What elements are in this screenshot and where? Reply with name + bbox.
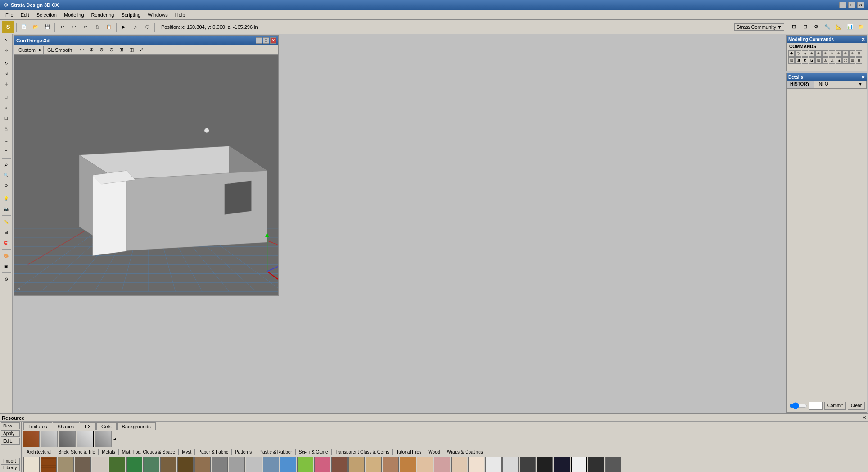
thumb-3[interactable] [59,431,76,447]
box-tool[interactable]: □ [1,92,11,102]
texture-tool[interactable]: ▣ [1,261,11,271]
snap-tool[interactable]: 🧲 [1,238,11,248]
cat-myst[interactable]: Myst [179,449,194,455]
menu-windows[interactable]: Windows [144,11,172,18]
tex-22[interactable] [383,457,399,472]
copy-btn[interactable]: ⎘ [92,22,103,32]
viewport[interactable]: 1 [14,55,278,295]
cmd-btn-3[interactable]: ◈ [802,50,808,57]
cmd-btn-20[interactable]: ◯ [842,57,849,64]
thumb-4[interactable] [77,431,94,447]
paste-btn[interactable]: 📋 [104,22,114,32]
tex-9[interactable] [160,457,176,472]
view-single-btn[interactable]: ◫ [127,46,136,54]
history-slider[interactable] [789,404,807,408]
new-resource-btn[interactable]: New... [1,422,20,429]
apply-resource-btn[interactable]: Apply [1,430,20,437]
sphere-tool[interactable]: ○ [1,103,11,113]
cmd-btn-5[interactable]: ⊗ [815,50,822,57]
view-icon-3[interactable]: ⚙ [811,22,821,32]
open-file-btn[interactable]: 📂 [30,22,41,32]
tex-18[interactable] [314,457,330,472]
nav-btn-3[interactable]: ⊗ [97,46,106,54]
tex-8[interactable] [143,457,159,472]
tex-24[interactable] [417,457,433,472]
menu-edit[interactable]: Edit [17,11,33,18]
new-file-btn[interactable]: 📄 [18,22,29,32]
tab-history[interactable]: HISTORY [787,81,814,88]
library-resource-btn[interactable]: Library [1,464,20,471]
view-fit-btn[interactable]: ⊞ [117,46,126,54]
tex-30[interactable] [520,457,536,472]
render2-btn[interactable]: ▷ [130,22,141,32]
undo2-btn[interactable]: ↩ [68,22,79,32]
tex-20[interactable] [348,457,365,472]
cmd-btn-21[interactable]: ▥ [849,57,855,64]
tex-7[interactable] [126,457,142,472]
undo-btn[interactable]: ↩ [57,22,68,32]
text-tool[interactable]: T [1,147,11,157]
orbit-tool[interactable]: ⊙ [1,181,11,191]
measure-tool[interactable]: 📏 [1,217,11,227]
cat-wraps[interactable]: Wraps & Coatings [443,449,486,455]
tex-31[interactable] [537,457,553,472]
tex-15[interactable] [263,457,279,472]
tex-13[interactable] [229,457,245,472]
cmd-btn-1[interactable]: ⬟ [788,50,795,57]
cat-glass-gems[interactable]: Transparent Glass & Gems [332,449,393,455]
tab-textures[interactable]: Textures [23,422,52,430]
tex-11[interactable] [194,457,211,472]
view-full-btn[interactable]: ⤢ [137,46,146,54]
maximize-button[interactable]: □ [848,2,855,8]
nav-btn-2[interactable]: ⊕ [87,46,96,54]
menu-selection[interactable]: Selection [33,11,60,18]
menu-modeling[interactable]: Modeling [60,11,88,18]
tex-10[interactable] [177,457,194,472]
tab-shapes[interactable]: Shapes [53,422,79,430]
material-tool[interactable]: 🎨 [1,251,11,261]
view-icon-6[interactable]: 📊 [845,22,855,32]
strata-community-btn[interactable]: Strata Community ▼ [734,23,784,31]
cat-paper-fabric[interactable]: Paper & Fabric [195,449,231,455]
scale-tool[interactable]: ⇲ [1,69,11,79]
tex-35[interactable] [605,457,621,472]
tex-6[interactable] [109,457,125,472]
tex-32[interactable] [554,457,570,472]
cat-plastic-rubber[interactable]: Plastic & Rubber [255,449,295,455]
import-resource-btn[interactable]: Import [1,458,20,464]
commit-button[interactable]: Commit [824,402,846,410]
cmd-btn-14[interactable]: ◩ [802,57,808,64]
tex-4[interactable] [75,457,91,472]
render3-btn[interactable]: ⬡ [142,22,153,32]
tex-25[interactable] [434,457,450,472]
tex-5[interactable] [92,457,108,472]
doc-minimize-btn[interactable]: – [256,37,262,44]
details-close[interactable]: ✕ [861,75,865,80]
tab-backgrounds[interactable]: Backgrounds [117,422,156,430]
tex-28[interactable] [485,457,502,472]
nav-btn-1[interactable]: ↩ [77,46,86,54]
tex-26[interactable] [451,457,467,472]
tex-16[interactable] [280,457,296,472]
thumb-2[interactable] [41,431,58,447]
doc-close-btn[interactable]: ✕ [270,37,276,44]
tex-17[interactable] [297,457,313,472]
clear-button[interactable]: Clear [848,402,865,410]
cmd-btn-10[interactable]: ⊜ [849,50,855,57]
cat-patterns[interactable]: Patterns [232,449,255,455]
doc-maximize-btn[interactable]: □ [263,37,269,44]
cmd-btn-12[interactable]: ◧ [788,57,795,64]
edit-resource-btn[interactable]: Edit... [1,438,20,445]
cmd-btn-6[interactable]: ⊘ [822,50,828,57]
thumb-scroll-left[interactable]: ◂ [113,436,116,441]
cmd-btn-13[interactable]: ◨ [795,57,801,64]
view-icon-4[interactable]: 🔧 [823,22,832,32]
pen-tool[interactable]: ✏ [1,136,11,146]
tex-29[interactable] [502,457,519,472]
cmd-btn-11[interactable]: ⊞ [856,50,862,57]
tex-19[interactable] [331,457,348,472]
render-btn[interactable]: ▶ [118,22,129,32]
tab-fx[interactable]: FX [80,422,96,430]
rotate-tool[interactable]: ↻ [1,59,11,68]
tab-info[interactable]: INFO [814,81,832,88]
